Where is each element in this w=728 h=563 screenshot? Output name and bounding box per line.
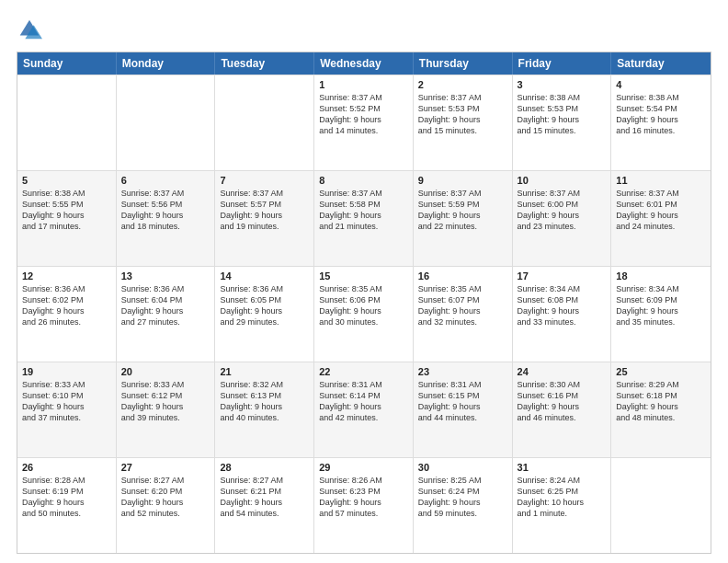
day-number: 29: [319, 462, 408, 473]
calendar-day-cell: 7Sunrise: 8:37 AM Sunset: 5:57 PM Daylig…: [215, 171, 314, 266]
day-info: Sunrise: 8:38 AM Sunset: 5:55 PM Dayligh…: [22, 188, 111, 233]
day-number: 31: [518, 462, 607, 473]
day-number: 12: [22, 270, 111, 282]
day-info: Sunrise: 8:34 AM Sunset: 6:08 PM Dayligh…: [518, 283, 607, 328]
day-info: Sunrise: 8:33 AM Sunset: 6:12 PM Dayligh…: [121, 379, 210, 424]
day-info: Sunrise: 8:27 AM Sunset: 6:20 PM Dayligh…: [121, 475, 210, 520]
day-info: Sunrise: 8:37 AM Sunset: 6:01 PM Dayligh…: [616, 188, 706, 233]
weekday-header: Saturday: [611, 52, 711, 75]
day-number: 24: [518, 366, 607, 377]
calendar-day-cell: 25Sunrise: 8:29 AM Sunset: 6:18 PM Dayli…: [611, 362, 711, 457]
day-number: 13: [121, 270, 210, 282]
weekday-header: Friday: [513, 52, 612, 75]
day-info: Sunrise: 8:31 AM Sunset: 6:14 PM Dayligh…: [319, 379, 408, 424]
calendar-day-cell: 24Sunrise: 8:30 AM Sunset: 6:16 PM Dayli…: [513, 362, 612, 457]
day-info: Sunrise: 8:35 AM Sunset: 6:07 PM Dayligh…: [418, 283, 507, 328]
calendar-day-cell: 27Sunrise: 8:27 AM Sunset: 6:20 PM Dayli…: [117, 458, 216, 553]
day-info: Sunrise: 8:26 AM Sunset: 6:23 PM Dayligh…: [319, 475, 408, 520]
day-info: Sunrise: 8:37 AM Sunset: 5:59 PM Dayligh…: [418, 188, 507, 233]
calendar-day-cell: 18Sunrise: 8:34 AM Sunset: 6:09 PM Dayli…: [611, 267, 711, 362]
day-info: Sunrise: 8:31 AM Sunset: 6:15 PM Dayligh…: [418, 379, 507, 424]
day-info: Sunrise: 8:27 AM Sunset: 6:21 PM Dayligh…: [220, 475, 309, 520]
day-number: 19: [22, 366, 111, 377]
day-info: Sunrise: 8:37 AM Sunset: 5:58 PM Dayligh…: [319, 188, 408, 233]
day-number: 26: [22, 462, 111, 473]
day-info: Sunrise: 8:25 AM Sunset: 6:24 PM Dayligh…: [418, 475, 507, 520]
calendar-day-cell: 15Sunrise: 8:35 AM Sunset: 6:06 PM Dayli…: [314, 267, 414, 362]
day-number: 8: [319, 175, 408, 186]
day-info: Sunrise: 8:38 AM Sunset: 5:54 PM Dayligh…: [616, 92, 706, 137]
calendar-header: SundayMondayTuesdayWednesdayThursdayFrid…: [17, 52, 711, 75]
day-number: 11: [616, 175, 706, 186]
calendar-day-cell: 14Sunrise: 8:36 AM Sunset: 6:05 PM Dayli…: [215, 267, 314, 362]
calendar-row: 26Sunrise: 8:28 AM Sunset: 6:19 PM Dayli…: [17, 457, 711, 553]
day-number: 21: [220, 366, 309, 377]
day-number: 28: [220, 462, 309, 473]
day-number: 22: [319, 366, 408, 377]
day-info: Sunrise: 8:37 AM Sunset: 5:57 PM Dayligh…: [220, 188, 309, 233]
calendar-day-cell: 8Sunrise: 8:37 AM Sunset: 5:58 PM Daylig…: [314, 171, 414, 266]
day-number: 2: [418, 79, 507, 90]
calendar-day-cell: 29Sunrise: 8:26 AM Sunset: 6:23 PM Dayli…: [314, 458, 414, 553]
day-info: Sunrise: 8:37 AM Sunset: 5:56 PM Dayligh…: [121, 188, 210, 233]
day-number: 10: [518, 175, 607, 186]
day-info: Sunrise: 8:34 AM Sunset: 6:09 PM Dayligh…: [616, 283, 706, 328]
day-number: 6: [121, 175, 210, 186]
day-number: 7: [220, 175, 309, 186]
day-info: Sunrise: 8:29 AM Sunset: 6:18 PM Dayligh…: [616, 379, 706, 424]
weekday-header: Monday: [117, 52, 216, 75]
weekday-header: Sunday: [17, 52, 117, 75]
calendar-day-cell: 13Sunrise: 8:36 AM Sunset: 6:04 PM Dayli…: [117, 267, 216, 362]
weekday-header: Wednesday: [314, 52, 414, 75]
calendar-day-cell: 3Sunrise: 8:38 AM Sunset: 5:53 PM Daylig…: [513, 75, 612, 170]
calendar-empty-cell: [611, 458, 711, 553]
calendar-day-cell: 31Sunrise: 8:24 AM Sunset: 6:25 PM Dayli…: [513, 458, 612, 553]
day-info: Sunrise: 8:37 AM Sunset: 6:00 PM Dayligh…: [518, 188, 607, 233]
calendar-day-cell: 6Sunrise: 8:37 AM Sunset: 5:56 PM Daylig…: [117, 171, 216, 266]
calendar-day-cell: 28Sunrise: 8:27 AM Sunset: 6:21 PM Dayli…: [215, 458, 314, 553]
calendar-page: SundayMondayTuesdayWednesdayThursdayFrid…: [0, 0, 728, 563]
day-info: Sunrise: 8:37 AM Sunset: 5:52 PM Dayligh…: [319, 92, 408, 137]
day-info: Sunrise: 8:30 AM Sunset: 6:16 PM Dayligh…: [518, 379, 607, 424]
calendar: SundayMondayTuesdayWednesdayThursdayFrid…: [17, 52, 711, 554]
calendar-day-cell: 21Sunrise: 8:32 AM Sunset: 6:13 PM Dayli…: [215, 362, 314, 457]
calendar-day-cell: 9Sunrise: 8:37 AM Sunset: 5:59 PM Daylig…: [414, 171, 513, 266]
day-number: 14: [220, 270, 309, 282]
day-number: 18: [616, 270, 706, 282]
calendar-day-cell: 19Sunrise: 8:33 AM Sunset: 6:10 PM Dayli…: [17, 362, 117, 457]
day-info: Sunrise: 8:37 AM Sunset: 5:53 PM Dayligh…: [418, 92, 507, 137]
calendar-day-cell: 23Sunrise: 8:31 AM Sunset: 6:15 PM Dayli…: [414, 362, 513, 457]
calendar-empty-cell: [215, 75, 314, 170]
calendar-row: 12Sunrise: 8:36 AM Sunset: 6:02 PM Dayli…: [17, 266, 711, 362]
calendar-row: 19Sunrise: 8:33 AM Sunset: 6:10 PM Dayli…: [17, 362, 711, 457]
day-info: Sunrise: 8:33 AM Sunset: 6:10 PM Dayligh…: [22, 379, 111, 424]
calendar-row: 1Sunrise: 8:37 AM Sunset: 5:52 PM Daylig…: [17, 75, 711, 170]
day-number: 9: [418, 175, 507, 186]
page-header: [17, 17, 711, 42]
day-number: 5: [22, 175, 111, 186]
calendar-body: 1Sunrise: 8:37 AM Sunset: 5:52 PM Daylig…: [17, 75, 711, 553]
calendar-day-cell: 4Sunrise: 8:38 AM Sunset: 5:54 PM Daylig…: [611, 75, 711, 170]
calendar-day-cell: 26Sunrise: 8:28 AM Sunset: 6:19 PM Dayli…: [17, 458, 117, 553]
day-number: 1: [319, 79, 408, 90]
calendar-day-cell: 12Sunrise: 8:36 AM Sunset: 6:02 PM Dayli…: [17, 267, 117, 362]
day-number: 27: [121, 462, 210, 473]
day-number: 20: [121, 366, 210, 377]
calendar-day-cell: 20Sunrise: 8:33 AM Sunset: 6:12 PM Dayli…: [117, 362, 216, 457]
day-info: Sunrise: 8:28 AM Sunset: 6:19 PM Dayligh…: [22, 475, 111, 520]
calendar-empty-cell: [117, 75, 216, 170]
logo: [17, 17, 46, 42]
day-info: Sunrise: 8:35 AM Sunset: 6:06 PM Dayligh…: [319, 283, 408, 328]
calendar-day-cell: 11Sunrise: 8:37 AM Sunset: 6:01 PM Dayli…: [611, 171, 711, 266]
day-number: 3: [518, 79, 607, 90]
day-info: Sunrise: 8:36 AM Sunset: 6:02 PM Dayligh…: [22, 283, 111, 328]
day-info: Sunrise: 8:36 AM Sunset: 6:05 PM Dayligh…: [220, 283, 309, 328]
day-number: 17: [518, 270, 607, 282]
day-info: Sunrise: 8:36 AM Sunset: 6:04 PM Dayligh…: [121, 283, 210, 328]
day-number: 15: [319, 270, 408, 282]
calendar-day-cell: 30Sunrise: 8:25 AM Sunset: 6:24 PM Dayli…: [414, 458, 513, 553]
calendar-empty-cell: [17, 75, 117, 170]
calendar-day-cell: 17Sunrise: 8:34 AM Sunset: 6:08 PM Dayli…: [513, 267, 612, 362]
calendar-day-cell: 16Sunrise: 8:35 AM Sunset: 6:07 PM Dayli…: [414, 267, 513, 362]
calendar-day-cell: 10Sunrise: 8:37 AM Sunset: 6:00 PM Dayli…: [513, 171, 612, 266]
